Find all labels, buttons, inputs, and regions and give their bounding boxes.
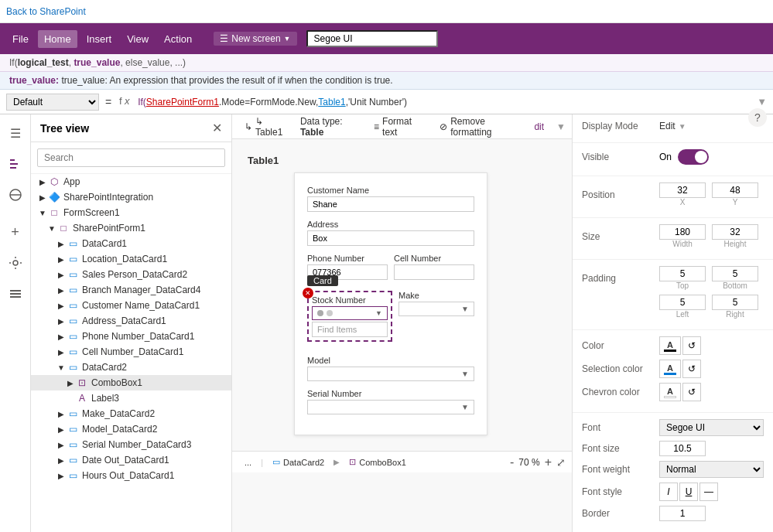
menu-view[interactable]: View xyxy=(121,30,155,48)
remove-formatting-button[interactable]: ⊘ Remove formatting xyxy=(433,114,522,139)
formula-input[interactable]: If(SharePointForm1.Mode=FormMode.New,Tab… xyxy=(138,97,751,107)
sidebar-icon-tree[interactable] xyxy=(3,152,28,176)
make-select[interactable]: ▼ xyxy=(398,302,474,316)
serial-select[interactable]: ▼ xyxy=(307,400,474,414)
font-weight-select[interactable]: Normal xyxy=(659,461,764,478)
bottom-datacard2-tab[interactable]: ▭ DataCard2 xyxy=(266,455,330,469)
tree-item-branchmanager-datacard4[interactable]: ▶ ▭ Branch Manager_DataCard4 xyxy=(31,282,231,298)
color-row: Color A ↺ xyxy=(582,336,764,355)
format-text-label: Format text xyxy=(382,116,421,138)
bottom-ellipsis[interactable]: ... xyxy=(238,456,258,469)
tree-item-datacard2[interactable]: ▼ ▭ DataCard2 xyxy=(31,360,231,375)
tree-item-serialnumber-datacard3[interactable]: ▶ ▭ Serial Number_DataCard3 xyxy=(31,437,231,452)
padding-top-input[interactable] xyxy=(659,266,706,281)
size-width-label: Width xyxy=(672,240,693,248)
tree-item-make-datacard2[interactable]: ▶ ▭ Make_DataCard2 xyxy=(31,406,231,421)
color-picker-button[interactable]: A xyxy=(659,336,681,355)
tree-item-label: Cell Number_DataCard1 xyxy=(82,346,228,357)
tree-item-label3[interactable]: A Label3 xyxy=(31,390,231,406)
tree-item-app[interactable]: ▶ ⬡ App xyxy=(31,174,231,189)
tree-item-datacard1[interactable]: ▶ ▭ DataCard1 xyxy=(31,236,231,251)
toggle-track[interactable] xyxy=(678,149,709,165)
menu-file[interactable]: File xyxy=(6,30,35,48)
position-y-input[interactable] xyxy=(712,182,758,198)
padding-left-input[interactable] xyxy=(659,295,706,310)
tree-item-dateout-datacard1[interactable]: ▶ ▭ Date Out_DataCard1 xyxy=(31,452,231,468)
find-items-input[interactable]: Find Items xyxy=(312,322,388,337)
chevron-right-icon: ▶ xyxy=(56,348,67,356)
font-weight-row: Font weight Normal xyxy=(582,461,764,478)
visible-toggle[interactable]: On xyxy=(659,149,709,165)
sidebar-icon-add[interactable]: + xyxy=(3,220,28,244)
make-dropdown-icon: ▼ xyxy=(461,305,469,313)
tree-item-label: Model_DataCard2 xyxy=(82,424,228,435)
font-style-row: Font style I U — xyxy=(582,483,764,501)
padding-bottom-input[interactable] xyxy=(712,266,758,281)
find-items-label: Find Items xyxy=(317,325,357,334)
menu-home[interactable]: Home xyxy=(38,30,77,48)
font-size-input[interactable] xyxy=(659,441,706,456)
edit-button[interactable]: dit xyxy=(528,120,550,134)
menu-insert[interactable]: Insert xyxy=(80,30,118,48)
menu-action[interactable]: Action xyxy=(158,30,198,48)
tree-item-hoursout-datacard1[interactable]: ▶ ▭ Hours Out_DataCard1 xyxy=(31,468,231,483)
sidebar-icon-menu[interactable]: ☰ xyxy=(3,121,28,145)
tree-item-spintegration[interactable]: ▶ 🔷 SharePointIntegration xyxy=(31,189,231,205)
formula-select[interactable]: Default xyxy=(6,94,99,111)
bottom-combobox1-tab[interactable]: ⊡ ComboBox1 xyxy=(343,455,412,469)
customer-name-input[interactable] xyxy=(307,196,474,212)
table-breadcrumb[interactable]: ↳ ↳ Table1 xyxy=(238,114,294,139)
table-arrow-icon: ↳ xyxy=(245,121,252,132)
cell-input[interactable] xyxy=(394,264,474,280)
tree-search-input[interactable] xyxy=(37,148,225,167)
zoom-expand-button[interactable]: ⤢ xyxy=(556,456,566,469)
font-selector[interactable] xyxy=(306,30,438,47)
position-x-input[interactable] xyxy=(659,182,706,198)
back-to-sharepoint-link[interactable]: Back to SharePoint xyxy=(6,6,86,17)
new-screen-button[interactable]: ☰ New screen ▼ xyxy=(214,32,296,46)
font-select[interactable]: Segoe UI xyxy=(659,419,764,436)
chevron-color-picker-button[interactable]: A xyxy=(659,383,681,401)
selection-color-reset-button[interactable]: ↺ xyxy=(682,360,701,378)
format-text-button[interactable]: ≡ Format text xyxy=(368,114,427,139)
tree-item-combobox1[interactable]: ▶ ⊡ ComboBox1 ··· xyxy=(31,375,231,390)
italic-button[interactable]: I xyxy=(659,483,678,501)
card-icon: ▭ xyxy=(67,268,79,281)
chevron-color-controls: A ↺ xyxy=(659,383,701,401)
font-label: Font xyxy=(582,422,659,433)
sidebar-icon-tools[interactable] xyxy=(3,281,28,306)
selection-color-row: Selection color A ↺ xyxy=(582,360,764,378)
tree-close-button[interactable]: ✕ xyxy=(212,121,222,135)
underline-button[interactable]: U xyxy=(679,483,698,501)
formula-expand-icon[interactable]: ▼ xyxy=(757,96,767,107)
padding-right-input[interactable] xyxy=(712,295,758,310)
canvas-scroll-arrow[interactable]: ▼ xyxy=(556,121,566,132)
selection-color-controls: A ↺ xyxy=(659,360,701,378)
tree-item-address-datacard1[interactable]: ▶ ▭ Address_DataCard1 xyxy=(31,313,231,329)
color-reset-button[interactable]: ↺ xyxy=(682,336,701,355)
sidebar-icon-settings[interactable] xyxy=(3,251,28,275)
tree-item-salesperson-datacard2[interactable]: ▶ ▭ Sales Person_DataCard2 xyxy=(31,267,231,282)
tree-item-label: FormScreen1 xyxy=(63,207,228,218)
model-select[interactable]: ▼ xyxy=(307,367,474,381)
selection-color-picker-button[interactable]: A xyxy=(659,360,681,378)
zoom-plus-button[interactable]: + xyxy=(545,455,552,469)
tree-item-location-datacard1[interactable]: ▶ ▭ Location_DataCard1 xyxy=(31,251,231,267)
form-card: Customer Name Address Phone Number xyxy=(294,172,487,435)
tree-item-customername-datacard1[interactable]: ▶ ▭ Customer Name_DataCard1 xyxy=(31,298,231,313)
chevron-color-reset-button[interactable]: ↺ xyxy=(682,383,701,401)
tree-item-formscreen1[interactable]: ▼ □ FormScreen1 xyxy=(31,205,231,220)
size-width-input[interactable] xyxy=(659,224,706,240)
tree-item-phonenumber-datacard1[interactable]: ▶ ▭ Phone Number_DataCard1 xyxy=(31,329,231,344)
border-input[interactable] xyxy=(659,506,706,521)
tree-item-cellnumber-datacard1[interactable]: ▶ ▭ Cell Number_DataCard1 xyxy=(31,344,231,360)
address-input[interactable] xyxy=(307,230,474,246)
tree-item-model-datacard2[interactable]: ▶ ▭ Model_DataCard2 xyxy=(31,421,231,437)
zoom-minus-button[interactable]: - xyxy=(510,455,514,469)
main-layout: ☰ + Tree view ✕ ▶ ⬡ App xyxy=(0,114,773,532)
strikethrough-button[interactable]: — xyxy=(699,483,718,501)
tree-item-sharepointform1[interactable]: ▼ □ SharePointForm1 xyxy=(31,220,231,236)
combobox-widget[interactable]: ▼ xyxy=(312,306,388,320)
sidebar-icon-data[interactable] xyxy=(3,182,28,207)
size-height-input[interactable] xyxy=(712,224,758,240)
